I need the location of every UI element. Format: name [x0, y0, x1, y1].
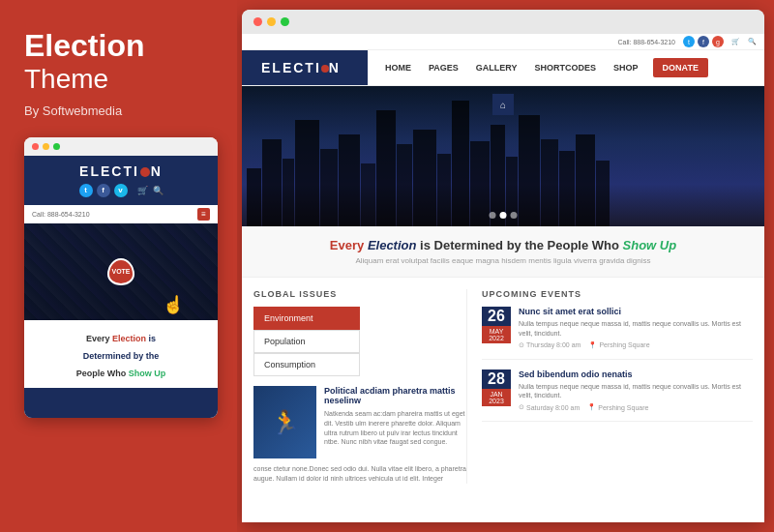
vimeo-icon: v: [114, 184, 128, 197]
building-13: [470, 141, 490, 226]
browser-dot-green: [281, 17, 289, 26]
browser-dot-yellow: [267, 17, 276, 26]
nav-social: t f g: [683, 36, 724, 47]
event-time-1: ⊙ Thursday 8:00 am: [519, 341, 580, 349]
googleplus-nav-icon: g: [712, 36, 724, 47]
hero-section: ⌂: [242, 86, 764, 226]
event-details-2: Sed bibendum odio nenatis Nulla tempus n…: [519, 369, 753, 412]
tagline-main: Every Election is Determined by the Peop…: [261, 238, 745, 252]
event-date-1: 26 MAY 2022: [482, 307, 511, 349]
clock-icon: ⊙: [519, 341, 524, 349]
building-9: [397, 144, 412, 226]
tagline-election: Election: [368, 238, 417, 252]
site-tagline: Every Election is Determined by the Peop…: [242, 226, 764, 278]
event-day-1: 26: [482, 307, 511, 326]
issue-body: Natkenda seam ac:dam phareira mattis ut …: [324, 409, 466, 447]
upcoming-events-label: UPCOMING EVENTS: [482, 289, 753, 299]
building-17: [541, 139, 558, 226]
tagline-election: Election: [112, 334, 146, 343]
building-20: [596, 161, 610, 226]
theme-title-block: Election Theme By Softwebmedia: [24, 29, 218, 118]
twitter-nav-icon: t: [683, 36, 695, 47]
mobile-tagline-text: Every Election isDetermined by the Peopl…: [32, 328, 210, 380]
hero-dot-3: [511, 212, 518, 219]
event-date-2: 28 JAN 2023: [482, 369, 511, 412]
nav-item-home[interactable]: HOME: [377, 51, 419, 84]
donate-button[interactable]: DONATE: [653, 58, 708, 77]
issue-footer: conse ctetur none.Donec sed odio dui. Nu…: [253, 464, 466, 484]
site-header: ELECTIN HOME PAGES GALLERY SHORTCODES SH…: [242, 50, 764, 86]
event-item-2: 28 JAN 2023 Sed bibendum odio nenatis Nu…: [482, 369, 753, 423]
event-meta-2: ⊙ Saturday 8:00 am 📍 Pershing Square: [519, 403, 753, 411]
issue-item-population[interactable]: Population: [253, 330, 360, 353]
browser-bar: [242, 10, 764, 34]
mobile-dot-red: [32, 143, 39, 150]
tagline-every: Every: [330, 238, 368, 252]
mobile-hero: VOTE ☝: [24, 223, 218, 320]
vote-badge: VOTE: [107, 258, 134, 285]
facebook-icon: f: [97, 184, 110, 197]
building-10: [413, 130, 436, 226]
mobile-phone-bar: Call: 888-654-3210 ≡: [24, 205, 218, 223]
nav-item-shop[interactable]: SHOP: [606, 51, 646, 84]
right-panel: Call: 888-654-3210 t f g 🛒 🔍 ELECTIN HOM…: [242, 10, 764, 522]
location-icon-2: 📍: [587, 403, 596, 411]
mobile-preview: ELECTIN t f v 🛒 🔍 Call: 888-654-3210 ≡: [24, 137, 218, 418]
cart-nav-icon: 🛒: [731, 38, 740, 45]
building-7: [361, 163, 375, 226]
building-18: [559, 151, 575, 226]
building-16: [519, 115, 540, 226]
home-hero-button[interactable]: ⌂: [492, 94, 514, 115]
event-time-2: ⊙ Saturday 8:00 am: [519, 403, 580, 411]
issue-image: 🏃: [253, 386, 316, 458]
theme-author: By Softwebmedia: [24, 103, 218, 118]
hero-dot-1: [490, 212, 496, 219]
issue-item-environment[interactable]: Environment: [253, 307, 360, 330]
clock-icon-2: ⊙: [519, 403, 524, 411]
event-title-2: Sed bibendum odio nenatis: [519, 369, 753, 379]
event-month-2: JAN 2023: [482, 389, 511, 406]
mobile-header: ELECTIN t f v 🛒 🔍: [24, 156, 218, 205]
hero-dots: [490, 212, 518, 219]
search-icon: 🔍: [153, 186, 164, 195]
issue-article: 🏃 Political acdiam pharetra mattis nesel…: [253, 386, 466, 458]
event-item-1: 26 MAY 2022 Nunc sit amet erat sollici N…: [482, 307, 753, 360]
event-details-1: Nunc sit amet erat sollici Nulla tempus …: [519, 307, 753, 349]
event-location-1: 📍 Pershing Square: [588, 341, 649, 349]
left-panel: Election Theme By Softwebmedia ELECTIN t…: [0, 0, 237, 532]
event-month-1: MAY 2022: [482, 326, 511, 343]
nav-item-pages[interactable]: PAGES: [421, 51, 466, 84]
upcoming-events-section: UPCOMING EVENTS 26 MAY 2022 Nunc sit ame…: [466, 289, 753, 484]
header-phone: Call: 888-654-3210: [617, 39, 675, 45]
building-5: [320, 149, 338, 226]
event-day-2: 28: [482, 369, 511, 389]
issue-text: Political acdiam pharetra mattis neselin…: [324, 386, 466, 458]
mobile-tagline: Every Election isDetermined by the Peopl…: [24, 320, 218, 388]
building-6: [339, 134, 360, 226]
theme-title-bold: Election: [24, 29, 218, 63]
issue-item-consumption[interactable]: Consumption: [253, 353, 360, 376]
building-4: [295, 120, 319, 226]
mobile-vote-badge: VOTE ☝: [107, 258, 134, 285]
facebook-nav-icon: f: [698, 36, 709, 47]
building-1: [247, 168, 261, 226]
nav-item-shortcodes[interactable]: SHORTCODES: [527, 51, 605, 84]
location-icon: 📍: [588, 341, 597, 349]
event-meta-1: ⊙ Thursday 8:00 am 📍 Pershing Square: [519, 341, 753, 349]
event-title-1: Nunc sit amet erat sollici: [519, 307, 753, 316]
mobile-browser-bar: [24, 137, 218, 156]
building-11: [437, 154, 451, 226]
tagline-show: Show Up: [129, 369, 166, 378]
event-desc-2: Nulla tempus neque neque massa id, matti…: [519, 382, 753, 401]
hamburger-icon[interactable]: ≡: [197, 208, 210, 221]
theme-title-light: Theme: [24, 63, 218, 96]
browser-dot-red: [253, 17, 262, 26]
tagline-subtitle: Aliquam erat volutpat facilis eaque magn…: [261, 256, 745, 265]
browser-content: Call: 888-654-3210 t f g 🛒 🔍 ELECTIN HOM…: [242, 34, 764, 522]
mobile-dot-yellow: [43, 143, 49, 150]
tagline-every: Every: [86, 334, 112, 343]
nav-item-gallery[interactable]: GALLERY: [468, 51, 525, 84]
mobile-cart-search: 🛒 🔍: [137, 186, 164, 195]
tagline-show: Show Up: [623, 238, 677, 252]
tagline-determined: is Determined by the People Who: [416, 238, 622, 252]
